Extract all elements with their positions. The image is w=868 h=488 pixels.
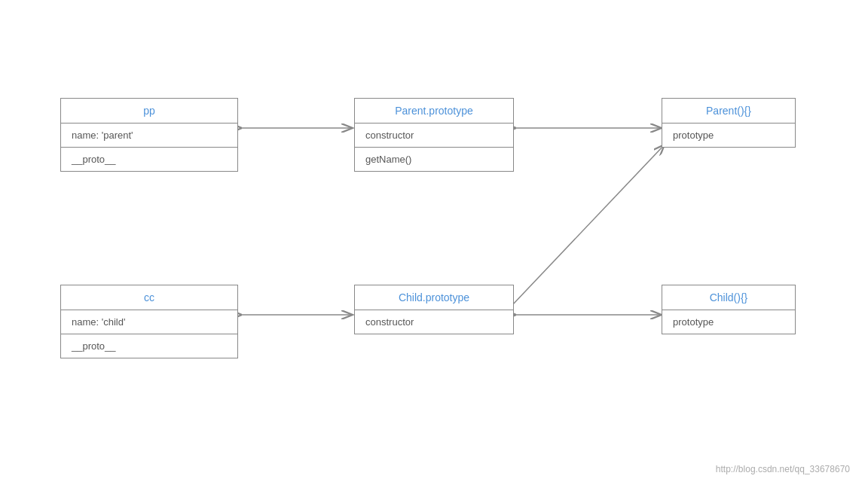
box-cc: cc name: 'child' __proto__ xyxy=(60,285,238,358)
box-pp-row1: name: 'parent' xyxy=(61,124,237,148)
box-pp-title: pp xyxy=(61,99,237,124)
box-parent-proto: Parent.prototype constructor getName() xyxy=(354,98,514,172)
box-parent-proto-row2: getName() xyxy=(355,148,513,171)
box-child-proto-row1: constructor xyxy=(355,310,513,334)
box-cc-row1: name: 'child' xyxy=(61,310,237,334)
box-child-proto: Child.prototype constructor xyxy=(354,285,514,334)
box-parent-fn: Parent(){} prototype xyxy=(662,98,796,148)
diagram-container: pp name: 'parent' __proto__ Parent.proto… xyxy=(0,0,868,488)
box-parent-proto-title: Parent.prototype xyxy=(355,99,513,124)
box-cc-title: cc xyxy=(61,285,237,310)
box-pp-row2: __proto__ xyxy=(61,148,237,171)
box-pp: pp name: 'parent' __proto__ xyxy=(60,98,238,172)
box-child-fn-title: Child(){} xyxy=(662,285,795,310)
box-parent-proto-row1: constructor xyxy=(355,124,513,148)
box-child-fn: Child(){} prototype xyxy=(662,285,796,334)
svg-line-4 xyxy=(512,145,665,305)
box-child-proto-title: Child.prototype xyxy=(355,285,513,310)
arrows-svg xyxy=(0,0,868,488)
box-parent-fn-title: Parent(){} xyxy=(662,99,795,124)
box-cc-row2: __proto__ xyxy=(61,334,237,358)
box-child-fn-row1: prototype xyxy=(662,310,795,334)
watermark: http://blog.csdn.net/qq_33678670 xyxy=(716,464,850,474)
box-parent-fn-row1: prototype xyxy=(662,124,795,147)
